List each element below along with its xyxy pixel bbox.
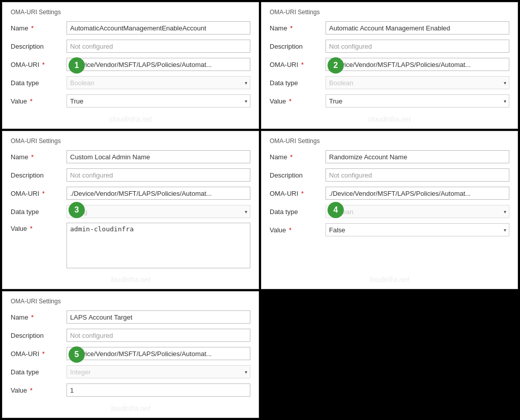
value-row-5: Value * [11, 383, 250, 397]
datatype-select-wrapper-5[interactable]: Integer ▾ [67, 365, 250, 378]
omauri-row-1: OMA-URI * [11, 57, 250, 72]
datatype-row-3: Data type String ▾ [11, 204, 250, 219]
description-input-5[interactable] [67, 329, 250, 342]
name-label-1: Name * [11, 24, 67, 32]
panel-3-title: OMA-URI Settings [11, 137, 250, 145]
required-star: * [42, 61, 45, 68]
panel-1-title: OMA-URI Settings [11, 9, 250, 16]
badge-1: 1 [69, 57, 85, 74]
datatype-row-5: Data type Integer ▾ [11, 365, 250, 379]
datatype-select-wrapper-1[interactable]: Boolean ▾ [67, 76, 250, 89]
value-input-5[interactable] [67, 383, 250, 397]
value-select-wrapper-4[interactable]: False ▾ [326, 223, 509, 236]
omauri-input-1[interactable] [67, 58, 250, 71]
watermark-1: cloudinfra.net [109, 115, 152, 123]
name-label-2: Name * [270, 24, 326, 32]
name-label-5: Name * [11, 313, 67, 321]
required-star: * [31, 24, 34, 32]
description-row-1: Description [11, 39, 250, 53]
value-textarea-3[interactable]: admin-cloudinfra [67, 223, 250, 268]
datatype-select-wrapper-2[interactable]: Boolean ▾ [326, 76, 509, 89]
value-select-2[interactable]: True [326, 94, 509, 108]
value-label-2: Value * [270, 97, 326, 105]
main-grid: OMA-URI Settings 1 Name * Description OM… [0, 0, 520, 420]
datatype-select-wrapper-4[interactable]: Boolean ▾ [326, 205, 509, 218]
omauri-input-2[interactable] [326, 58, 509, 71]
description-input-1[interactable] [67, 40, 250, 53]
value-row-1: Value * True ▾ [11, 94, 250, 108]
datatype-select-wrapper-3[interactable]: String ▾ [67, 205, 250, 218]
description-label-2: Description [270, 43, 326, 50]
omauri-row-5: OMA-URI * [11, 346, 250, 361]
required-star: * [31, 313, 34, 321]
description-row-5: Description [11, 328, 250, 342]
required-star: * [42, 350, 45, 358]
datatype-select-4[interactable]: Boolean [326, 205, 509, 218]
value-select-4[interactable]: False [326, 223, 509, 236]
datatype-row-2: Data type Boolean ▾ [270, 76, 509, 90]
value-select-wrapper-2[interactable]: True ▾ [326, 94, 509, 108]
badge-5: 5 [69, 346, 85, 363]
omauri-label-4: OMA-URI * [270, 190, 326, 197]
value-row-4: Value * False ▾ [270, 223, 509, 237]
name-input-4[interactable] [326, 150, 509, 163]
name-row-2: Name * [270, 21, 509, 35]
panel-3: OMA-URI Settings 3 Name * Description OM… [2, 131, 259, 289]
omauri-input-5[interactable] [67, 347, 250, 360]
omauri-label-1: OMA-URI * [11, 61, 67, 68]
value-label-5: Value * [11, 387, 67, 394]
description-input-4[interactable] [326, 168, 509, 182]
description-row-2: Description [270, 39, 509, 53]
watermark-2: cloudinfra.net [368, 115, 411, 123]
panel-4: OMA-URI Settings 4 Name * Description OM… [261, 131, 518, 289]
required-star: * [301, 61, 304, 68]
value-label-3: Value * [11, 223, 67, 232]
required-star: * [30, 225, 32, 232]
required-star: * [290, 153, 292, 161]
name-label-4: Name * [270, 153, 326, 161]
badge-2: 2 [328, 57, 344, 74]
description-label-4: Description [270, 171, 326, 179]
panel-1: OMA-URI Settings 1 Name * Description OM… [2, 2, 259, 129]
datatype-label-5: Data type [11, 368, 67, 376]
required-star: * [289, 97, 291, 105]
watermark-4: loudinfra.net [370, 275, 409, 284]
required-star: * [42, 190, 45, 197]
required-star: * [31, 153, 34, 161]
description-row-4: Description [270, 168, 509, 182]
badge-4: 4 [328, 202, 344, 218]
omauri-label-2: OMA-URI * [270, 61, 326, 68]
omauri-input-4[interactable] [326, 187, 509, 200]
datatype-select-5[interactable]: Integer [67, 365, 250, 378]
name-input-1[interactable] [67, 21, 250, 34]
required-star: * [30, 387, 32, 394]
omauri-row-3: OMA-URI * [11, 186, 250, 200]
datatype-row-4: Data type Boolean ▾ [270, 204, 509, 219]
description-row-3: Description [11, 168, 250, 182]
watermark-5: loudinfra.net [111, 404, 150, 412]
datatype-label-3: Data type [11, 208, 67, 216]
name-input-3[interactable] [67, 150, 250, 163]
value-select-1[interactable]: True [67, 94, 250, 108]
description-input-3[interactable] [67, 168, 250, 182]
name-input-5[interactable] [67, 310, 250, 324]
required-star: * [289, 226, 291, 234]
omauri-label-5: OMA-URI * [11, 350, 67, 358]
name-row-1: Name * [11, 21, 250, 35]
dark-filler [261, 291, 518, 418]
datatype-label-1: Data type [11, 79, 67, 87]
panel-2-title: OMA-URI Settings [270, 9, 509, 16]
value-select-wrapper-1[interactable]: True ▾ [67, 94, 250, 108]
datatype-select-3[interactable]: String [67, 205, 250, 218]
omauri-label-3: OMA-URI * [11, 190, 67, 197]
panel-5-title: OMA-URI Settings [11, 298, 250, 305]
datatype-select-1[interactable]: Boolean [67, 76, 250, 89]
omauri-input-3[interactable] [67, 187, 250, 200]
required-star: * [30, 97, 32, 105]
description-input-2[interactable] [326, 40, 509, 53]
datatype-label-4: Data type [270, 208, 326, 216]
name-row-4: Name * [270, 150, 509, 164]
required-star: * [290, 24, 292, 32]
datatype-select-2[interactable]: Boolean [326, 76, 509, 89]
name-input-2[interactable] [326, 21, 509, 34]
